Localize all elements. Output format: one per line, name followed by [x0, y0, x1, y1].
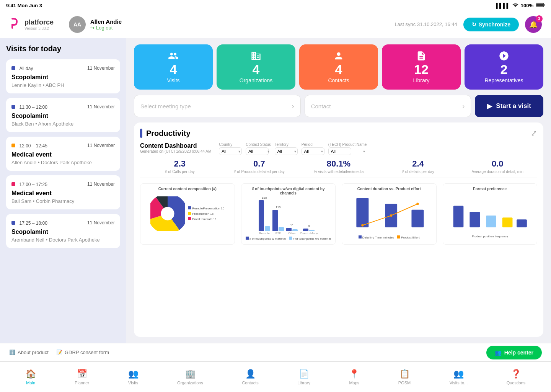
svg-point-10 [361, 224, 364, 227]
line-chart-box: Content duration vs. Product effort [342, 183, 437, 245]
nav-item-organizations[interactable]: 🏢 Organizations [173, 367, 208, 387]
gdpr-link[interactable]: 📝 GDRP consent form [56, 350, 109, 355]
bar-group-other: 11 Other [286, 224, 298, 235]
metric-item: 2.3 # of Calls per day [140, 159, 220, 174]
visit-card[interactable]: 11:30 – 12:00 11 November Scopolamint Bl… [6, 98, 120, 132]
nav-item-main[interactable]: 🏠 Main [21, 367, 41, 387]
stat-card-library[interactable]: 12 Library [382, 44, 461, 90]
stat-number: 4 [253, 63, 260, 76]
stat-label: Contacts [328, 77, 349, 83]
bar-legend: # of touchpoints w material # of touchpo… [245, 237, 333, 240]
visit-cards: All day 11 November Scopolamint Lennie K… [6, 59, 120, 248]
metric-label: # of Calls per day [140, 170, 220, 174]
bar-chart: 165 Remote 110 [245, 197, 333, 235]
visit-card[interactable]: All day 11 November Scopolamint Lennie K… [6, 59, 120, 93]
filter-select[interactable]: All [246, 147, 269, 155]
sync-button[interactable]: ↻ Synchronize [463, 18, 519, 31]
nav-icon-organizations: 🏢 [185, 369, 196, 379]
bar [286, 228, 292, 231]
metric-value: 2.4 [378, 159, 458, 169]
nav-item-visits-to[interactable]: 👥 Visits to... [445, 367, 472, 387]
footer-info: ℹ️ About product 📝 GDRP consent form 👥 H… [0, 343, 551, 361]
stat-card-visits[interactable]: 4 Visits [134, 44, 213, 90]
wifi-icon [512, 3, 518, 8]
nav-icon-planner: 📅 [77, 369, 87, 379]
bar [292, 229, 298, 231]
nav-item-posm[interactable]: 📋 POSM [394, 367, 415, 387]
sidebar-title: Visits for today [6, 44, 120, 53]
line-chart-title: Content duration vs. Product effort [345, 187, 433, 191]
nav-item-maps[interactable]: 📍 Maps [344, 367, 364, 387]
stat-number: 4 [170, 63, 177, 76]
nav-item-library[interactable]: 📄 Library [293, 367, 315, 387]
help-center-button[interactable]: 👥 Help center [486, 346, 542, 359]
select-meeting-type[interactable]: Select meeting type › [134, 95, 301, 117]
nav-item-visits[interactable]: 👥 Visits [124, 367, 143, 387]
format-chart [446, 193, 534, 235]
nav-label-visits: Visits [128, 381, 138, 385]
line-legend: Detailing Time, minutes Product Effort [345, 235, 433, 239]
metric-value: 0.0 [458, 159, 537, 169]
nav-label-questions: Questions [507, 381, 526, 385]
productivity-bar-accent [140, 129, 142, 138]
expand-icon[interactable]: ⤢ [531, 129, 537, 138]
charts-row: Current content composition (#) RemotePr… [140, 183, 537, 245]
filter-select[interactable]: All [302, 147, 324, 155]
filter-select[interactable]: All [275, 147, 298, 155]
start-visit-button[interactable]: ▶ Start a visit [475, 95, 543, 117]
select-contact[interactable]: Contact › [305, 95, 471, 117]
nav-item-contacts[interactable]: 👤 Contacts [237, 367, 263, 387]
visit-card[interactable]: 17:25 – 18:00 11 November Scopolamint Ar… [6, 214, 120, 248]
chevron-right-icon-2: › [462, 102, 465, 110]
bar [265, 226, 270, 231]
nav-icon-contacts: 👤 [245, 369, 256, 379]
dashboard-header: Content Dashboard Generated on (UTC) 1/9… [140, 142, 537, 155]
svg-rect-14 [469, 212, 480, 227]
stat-icon [251, 51, 261, 63]
nav-item-planner[interactable]: 📅 Planner [70, 367, 94, 387]
dashboard-title: Content Dashboard [140, 142, 211, 149]
filter-select[interactable]: All [328, 147, 351, 155]
nav-icon-questions: ❓ [511, 369, 521, 379]
metric-item: 0.7 # of Products detailed per day [220, 159, 299, 174]
stat-card-contacts[interactable]: 4 Contacts [299, 44, 378, 90]
svg-rect-2 [536, 3, 543, 7]
nav-icon-visits-to: 👥 [453, 369, 464, 379]
svg-rect-17 [517, 219, 527, 227]
visit-card[interactable]: 17:00 – 17:25 11 November Medical event … [6, 175, 120, 209]
about-product-link[interactable]: ℹ️ About product [9, 350, 49, 355]
bar-chart-title: # of touchpoints w/wo digital content by… [245, 187, 333, 195]
svg-rect-15 [486, 216, 496, 227]
stat-cards: 4 Visits 4 Organizations 4 Contacts 12 L… [134, 44, 543, 90]
meeting-type-placeholder: Select meeting type [140, 103, 191, 109]
right-content: 4 Visits 4 Organizations 4 Contacts 12 L… [126, 38, 551, 343]
nav-icon-posm: 📋 [399, 369, 410, 379]
svg-rect-16 [502, 217, 512, 227]
nav-item-questions[interactable]: ❓ Questions [502, 367, 530, 387]
dashboard-title-section: Content Dashboard Generated on (UTC) 1/9… [140, 142, 211, 154]
header-right: Last sync 31.10.2022, 16:44 ↻ Synchroniz… [395, 16, 542, 33]
metric-value: 80.1% [299, 159, 378, 169]
format-subtitle: Product position frequency [446, 235, 534, 238]
nav-label-organizations: Organizations [177, 381, 203, 385]
visit-card[interactable]: 12:00 – 12:45 11 November Medical event … [6, 137, 120, 171]
filter-select[interactable]: All [219, 147, 242, 155]
main-layout: Visits for today All day 11 November Sco… [0, 38, 551, 343]
metric-label: Average duration of detail, min [458, 170, 537, 174]
stat-icon [499, 51, 509, 63]
line-chart [345, 193, 433, 235]
nav-icon-library: 📄 [299, 369, 309, 379]
stat-card-organizations[interactable]: 4 Organizations [217, 44, 295, 90]
notification-button[interactable]: 🔔 3 [525, 16, 542, 33]
stat-card-representatives[interactable]: 2 Representatives [465, 44, 543, 90]
stat-number: 4 [335, 63, 342, 76]
logout-link[interactable]: ↪ Log out [90, 25, 122, 31]
header: platforce Version 3.33.2 AA Allen Andie … [0, 11, 551, 38]
pie-chart-title: Current content composition (#) [143, 187, 231, 191]
nav-label-posm: POSM [398, 381, 411, 385]
nav-icon-maps: 📍 [349, 369, 359, 379]
status-indicators: ▌▌▌▌ 100% [496, 3, 545, 8]
metric-label: # of details per day [378, 170, 458, 174]
logo-version: Version 3.33.2 [24, 26, 54, 31]
bar [303, 229, 308, 231]
